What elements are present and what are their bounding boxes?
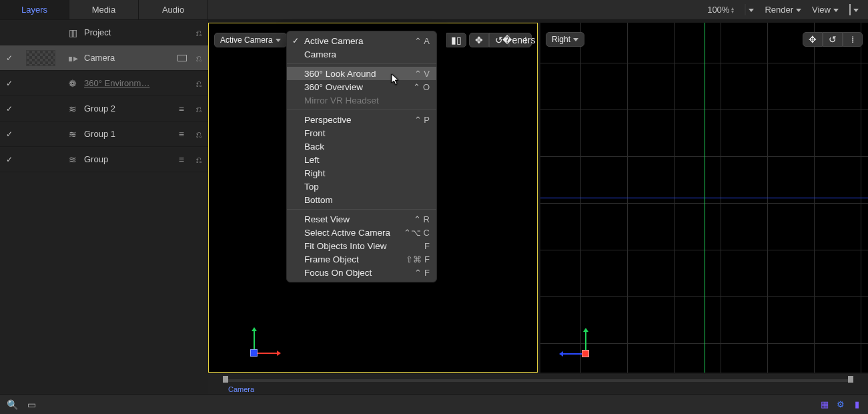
dolly-icon: �eners <box>514 36 524 44</box>
menu-item-label: Front <box>304 128 326 138</box>
layer-thumbnail <box>26 50 55 66</box>
search-icon[interactable]: 🔍 <box>7 400 18 409</box>
menu-separator <box>287 110 436 110</box>
pan-tool[interactable]: ✥ <box>803 32 823 47</box>
layer-row[interactable]: ✓≋Group 1≡⎌ <box>0 122 208 147</box>
menu-item-label: Active Camera <box>304 36 364 46</box>
vertical-axis <box>705 23 705 373</box>
menu-item-label: Mirror VR Headset <box>304 95 379 106</box>
menu-item[interactable]: Bottom <box>287 193 436 206</box>
menu-item[interactable]: Back <box>287 140 436 153</box>
menu-item[interactable]: Right <box>287 166 436 180</box>
menu-item-label: Bottom <box>304 195 333 205</box>
viewport-left-tools: ▮▯ ✥ ↺ �eners⁞ <box>446 33 532 47</box>
menu-item[interactable]: Select Active Camera⌃⌥ C <box>287 226 436 239</box>
pan-tool[interactable]: ✥ <box>469 33 489 47</box>
layer-row[interactable]: ✓❁360° Environm…⎌ <box>0 71 208 96</box>
render-label: Render <box>765 5 793 15</box>
view-menu[interactable]: View <box>812 5 839 15</box>
timeline-head-end[interactable] <box>848 376 853 383</box>
layer-type-icon: ❁ <box>67 79 79 88</box>
menu-item[interactable]: Front <box>287 126 436 140</box>
menu-item[interactable]: 360° Overview⌃ O <box>287 80 436 93</box>
lock-icon[interactable]: ⎌ <box>187 53 201 63</box>
viewport-right[interactable]: Right ✥ ↺ ⁞ <box>540 23 868 373</box>
visibility-checkbox[interactable]: ✓ <box>4 79 15 88</box>
color-channel-menu[interactable] <box>745 5 754 15</box>
layer-tag-icon <box>177 55 187 61</box>
menu-item[interactable]: Left <box>287 153 436 166</box>
behaviors-icon[interactable]: ▦ <box>820 400 829 409</box>
orbit-tool[interactable]: ↺ <box>823 32 843 47</box>
menu-item-label: 360° Look Around <box>304 69 376 79</box>
tab-layers[interactable]: Layers <box>0 0 69 19</box>
dolly-tool[interactable]: �eners⁞ <box>509 33 532 47</box>
view-label: View <box>812 5 831 15</box>
x-axis-icon <box>257 353 277 354</box>
viewport-right-controls: Right <box>546 32 584 47</box>
menu-item[interactable]: 360° Look Around⌃ V <box>287 67 436 80</box>
tab-media[interactable]: Media <box>69 0 139 19</box>
layer-label: Group <box>79 154 179 164</box>
visibility-checkbox[interactable]: ✓ <box>4 53 15 63</box>
timeline-head-start[interactable] <box>223 376 228 383</box>
menu-item-label: Frame Object <box>304 254 359 264</box>
layer-row[interactable]: ✓≋Group 2≡⎌ <box>0 96 208 122</box>
menu-item[interactable]: Top <box>287 180 436 193</box>
layers-panel: ▥Project⎌✓∎▸Camera⎌✓❁360° Environm…⎌✓≋Gr… <box>0 20 208 394</box>
menu-item-shortcut: F <box>424 241 430 251</box>
viewport-right-tools: ✥ ↺ ⁞ <box>803 32 863 47</box>
layer-label: 360° Environm… <box>79 78 187 88</box>
lock-icon[interactable]: ⎌ <box>187 28 201 37</box>
lock-icon[interactable]: ⎌ <box>187 130 201 139</box>
menu-item[interactable]: Focus On Object⌃ F <box>287 266 436 279</box>
pan-icon: ✥ <box>474 36 484 44</box>
menu-separator <box>287 209 436 210</box>
menu-item-label: Right <box>304 168 326 178</box>
y-axis-icon <box>585 331 586 351</box>
lock-icon[interactable]: ⎌ <box>187 79 201 88</box>
visibility-checkbox[interactable]: ✓ <box>4 155 15 164</box>
orbit-icon: ↺ <box>827 35 838 43</box>
visibility-checkbox[interactable]: ✓ <box>4 130 15 139</box>
menu-item[interactable]: Fit Objects Into ViewF <box>287 239 436 252</box>
menu-item-label: Left <box>304 155 320 165</box>
pan-icon: ✥ <box>807 35 818 43</box>
menu-item[interactable]: Perspective⌃ P <box>287 113 436 126</box>
menu-separator <box>287 63 436 64</box>
render-menu[interactable]: Render <box>765 5 801 15</box>
layer-row[interactable]: ✓≋Group≡⎌ <box>0 147 208 172</box>
timeline-track[interactable] <box>223 379 853 382</box>
lock-icon[interactable]: ⎌ <box>187 104 201 114</box>
menu-item-label: Back <box>304 142 324 152</box>
layer-row[interactable]: ▥Project⎌ <box>0 20 208 45</box>
stack-icon: ≡ <box>179 129 184 140</box>
mini-timeline[interactable]: Camera <box>208 374 868 394</box>
menu-item[interactable]: Reset View⌃ R <box>287 212 436 226</box>
dolly-tool[interactable]: ⁞ <box>843 32 863 47</box>
layer-type-icon: ▥ <box>67 28 79 37</box>
active-camera-indicator[interactable]: ▮▯ <box>446 33 466 47</box>
layer-label: Group 2 <box>79 104 179 114</box>
lock-icon[interactable]: ⎌ <box>187 155 201 164</box>
camera-selector[interactable]: Active Camera <box>214 33 287 47</box>
panel-toggle-icon[interactable]: ▭ <box>27 400 36 409</box>
tab-audio[interactable]: Audio <box>139 0 208 19</box>
layer-row[interactable]: ✓∎▸Camera⎌ <box>0 45 208 71</box>
menu-item-label: 360° Overview <box>304 82 363 92</box>
layer-type-icon: ≋ <box>67 104 79 114</box>
filters-icon[interactable]: ⚙ <box>836 400 845 409</box>
camera-icon: ▮▯ <box>451 36 462 44</box>
menu-item[interactable]: Frame Object⇧⌘ F <box>287 252 436 266</box>
camera-selector-right[interactable]: Right <box>546 32 584 47</box>
masks-icon[interactable]: ▮ <box>852 400 861 409</box>
layout-menu[interactable] <box>849 5 859 15</box>
menu-item-shortcut: ⌃ P <box>414 115 430 125</box>
camera-selector-label: Active Camera <box>220 35 273 45</box>
mouse-cursor-icon <box>391 73 400 85</box>
menu-item[interactable]: Active Camera⌃ A <box>287 34 436 47</box>
visibility-checkbox[interactable]: ✓ <box>4 104 15 114</box>
zoom-control[interactable]: 100% ▴▾ <box>707 5 734 15</box>
tab-label: Layers <box>21 5 47 15</box>
menu-item[interactable]: Camera <box>287 47 436 61</box>
